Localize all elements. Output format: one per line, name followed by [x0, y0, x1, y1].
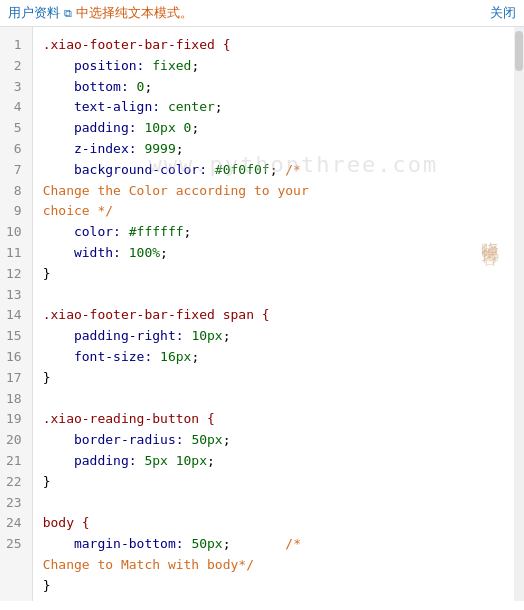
line-number: 7	[6, 160, 26, 181]
line-number: 18	[6, 389, 26, 410]
code-token: /*	[285, 162, 301, 177]
code-token: }	[43, 474, 51, 489]
code-token: 50px	[191, 536, 222, 551]
code-token: ;	[223, 536, 286, 551]
code-token: 5px 10px	[144, 453, 207, 468]
code-token: padding-right:	[43, 328, 192, 343]
code-token: 16px	[160, 349, 191, 364]
line-number: 25	[6, 534, 26, 555]
code-token: 10px 0	[144, 120, 191, 135]
code-token: ;	[191, 58, 199, 73]
code-token: 100%	[129, 245, 160, 260]
line-number: 10	[6, 222, 26, 243]
code-token: ;	[144, 79, 152, 94]
line-number: 22	[6, 472, 26, 493]
code-token: }	[43, 370, 51, 385]
code-token: ;	[191, 349, 199, 364]
code-line: }	[43, 368, 504, 389]
user-profile-link[interactable]: 用户资料	[8, 4, 60, 22]
code-token: ;	[215, 99, 223, 114]
line-number: 2	[6, 56, 26, 77]
code-line: background-color: #0f0f0f; /*	[43, 160, 504, 181]
code-token: #0f0f0f	[215, 162, 270, 177]
code-line	[43, 597, 504, 601]
line-number: 8	[6, 181, 26, 202]
code-line	[43, 389, 504, 410]
code-token: 10px	[191, 328, 222, 343]
code-token: fixed	[152, 58, 191, 73]
code-token: font-size:	[43, 349, 160, 364]
code-line: text-align: center;	[43, 97, 504, 118]
code-token: #ffffff	[129, 224, 184, 239]
code-token: z-index:	[43, 141, 145, 156]
scrollbar-track[interactable]	[514, 27, 524, 601]
line-number: 1	[6, 35, 26, 56]
code-area[interactable]: .xiao-footer-bar-fixed { position: fixed…	[33, 27, 514, 601]
code-token: .xiao-reading-button {	[43, 411, 215, 426]
line-number: 21	[6, 451, 26, 472]
code-line: }	[43, 576, 504, 597]
code-token: body {	[43, 515, 90, 530]
code-line: font-size: 16px;	[43, 347, 504, 368]
code-token: ;	[191, 120, 199, 135]
code-line: width: 100%;	[43, 243, 504, 264]
code-token: Change to Match with body*/	[43, 557, 254, 572]
code-line: .xiao-reading-button {	[43, 409, 504, 430]
line-number: 11	[6, 243, 26, 264]
code-token: }	[43, 266, 51, 281]
code-token: ;	[270, 162, 286, 177]
code-line	[43, 285, 504, 306]
code-token: choice */	[43, 203, 113, 218]
code-token: ;	[184, 224, 192, 239]
code-token: bottom:	[43, 79, 137, 94]
code-line	[43, 493, 504, 514]
code-token: margin-bottom:	[43, 536, 192, 551]
code-token: text-align:	[43, 99, 168, 114]
code-line: body {	[43, 513, 504, 534]
code-line: padding-right: 10px;	[43, 326, 504, 347]
code-token: 50px	[191, 432, 222, 447]
line-number: 3	[6, 77, 26, 98]
code-token: ;	[160, 245, 168, 260]
code-token: /*	[285, 536, 301, 551]
code-line: choice */	[43, 201, 504, 222]
code-token: .xiao-footer-bar-fixed span {	[43, 307, 270, 322]
code-line: .xiao-footer-bar-fixed {	[43, 35, 504, 56]
line-number: 20	[6, 430, 26, 451]
code-line: padding: 10px 0;	[43, 118, 504, 139]
code-line: Change the Color according to your	[43, 181, 504, 202]
external-link-icon: ⧉	[64, 7, 72, 20]
scrollbar-thumb[interactable]	[515, 31, 523, 71]
code-token: width:	[43, 245, 129, 260]
code-line: Change to Match with body*/	[43, 555, 504, 576]
line-number: 23	[6, 493, 26, 514]
line-number: 5	[6, 118, 26, 139]
line-number: 17	[6, 368, 26, 389]
code-line: }	[43, 264, 504, 285]
code-token: background-color:	[43, 162, 215, 177]
code-token: ;	[223, 432, 231, 447]
line-number: 6	[6, 139, 26, 160]
line-number: 15	[6, 326, 26, 347]
line-number: 24	[6, 513, 26, 534]
code-token: .xiao-footer-bar-fixed {	[43, 37, 231, 52]
close-button[interactable]: 关闭	[490, 4, 516, 22]
code-token: position:	[43, 58, 153, 73]
line-number: 13	[6, 285, 26, 306]
code-token: ;	[223, 328, 231, 343]
line-numbers: 1234567891011121314151617181920212223242…	[0, 27, 33, 601]
line-number: 9	[6, 201, 26, 222]
line-number: 4	[6, 97, 26, 118]
code-token: 9999	[144, 141, 175, 156]
code-line: }	[43, 472, 504, 493]
top-bar: 用户资料 ⧉ 中选择纯文本模式。 关闭	[0, 0, 524, 27]
code-line: color: #ffffff;	[43, 222, 504, 243]
code-token: ;	[176, 141, 184, 156]
code-line: margin-bottom: 50px; /*	[43, 534, 504, 555]
code-line: position: fixed;	[43, 56, 504, 77]
code-line: padding: 5px 10px;	[43, 451, 504, 472]
code-line: .xiao-footer-bar-fixed span {	[43, 305, 504, 326]
code-token: ;	[207, 453, 215, 468]
code-token: }	[43, 578, 51, 593]
editor-container: 1234567891011121314151617181920212223242…	[0, 27, 524, 601]
